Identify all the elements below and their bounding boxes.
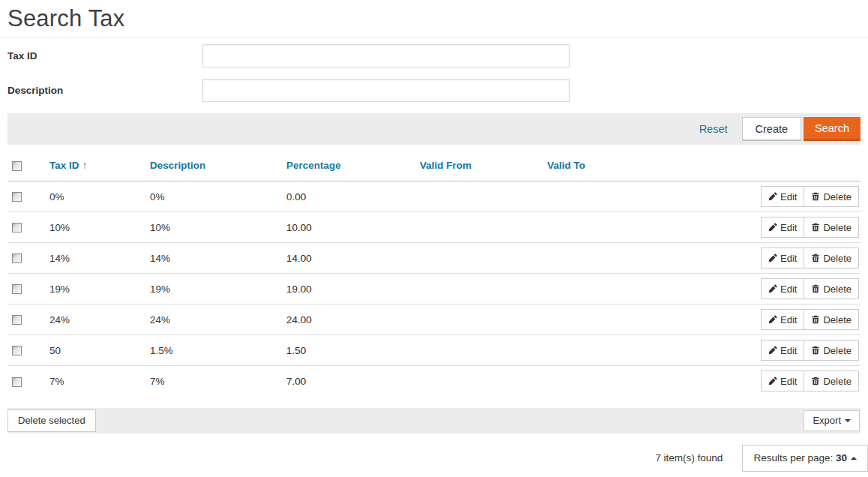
cell-valid-from [420, 182, 547, 212]
delete-button[interactable]: Delete [804, 309, 859, 330]
cell-percentage: 14.00 [286, 243, 420, 274]
table-row: 50 1.5% 1.50 Edit Delete [7, 335, 861, 366]
pencil-icon [768, 223, 777, 232]
delete-button[interactable]: Delete [804, 370, 859, 392]
cell-tax-id: 7% [49, 366, 150, 397]
table-row: 19% 19% 19.00 Edit Delete [7, 274, 861, 304]
trash-icon [811, 315, 820, 324]
row-actions-group: Edit Delete [761, 340, 859, 361]
delete-selected-button[interactable]: Delete selected [7, 410, 96, 432]
cell-percentage: 19.00 [286, 274, 420, 304]
edit-button-label: Edit [780, 191, 797, 202]
edit-button[interactable]: Edit [761, 217, 804, 238]
cell-percentage: 7.00 [286, 366, 420, 397]
edit-button[interactable]: Edit [761, 186, 804, 207]
edit-button[interactable]: Edit [761, 370, 804, 392]
row-checkbox-cell [7, 243, 49, 274]
edit-button-label: Edit [780, 345, 797, 356]
row-checkbox[interactable] [12, 192, 22, 202]
column-header-percentage[interactable]: Percentage [286, 155, 420, 182]
column-header-tax-id-label: Tax ID [49, 160, 79, 171]
table-body: 0% 0% 0.00 Edit Delete 10% [7, 182, 861, 397]
cell-tax-id: 14% [49, 243, 150, 274]
row-checkbox[interactable] [12, 346, 22, 356]
cell-valid-from [420, 212, 547, 243]
pencil-icon [768, 284, 777, 293]
pencil-icon [768, 315, 777, 324]
delete-button-label: Delete [823, 314, 852, 326]
table-header-row: Tax ID↑ Description Percentage Valid Fro… [7, 155, 861, 182]
edit-button[interactable]: Edit [761, 278, 804, 299]
trash-icon [811, 346, 820, 355]
row-actions-group: Edit Delete [761, 217, 859, 238]
delete-button[interactable]: Delete [804, 217, 859, 238]
cell-description: 7% [150, 366, 286, 397]
pagination-row: 7 item(s) found Results per page: 30 [7, 445, 861, 472]
row-checkbox-cell [7, 304, 49, 335]
trash-icon [811, 192, 820, 201]
row-checkbox-cell [7, 212, 49, 243]
row-actions-cell: Edit Delete [675, 335, 861, 366]
cell-percentage: 1.50 [286, 335, 420, 366]
reset-link[interactable]: Reset [699, 123, 728, 135]
row-actions-cell: Edit Delete [675, 366, 861, 397]
cell-description: 0% [150, 182, 286, 212]
items-found-text: 7 item(s) found [655, 452, 723, 464]
results-table: Tax ID↑ Description Percentage Valid Fro… [7, 155, 861, 397]
row-checkbox[interactable] [12, 315, 22, 325]
row-checkbox-cell [7, 335, 49, 366]
row-checkbox[interactable] [12, 223, 22, 232]
edit-button-label: Edit [780, 284, 797, 295]
cell-valid-from [420, 243, 547, 274]
create-button[interactable]: Create [742, 117, 802, 141]
results-per-page-button[interactable]: Results per page: 30 [742, 445, 868, 472]
column-header-tax-id[interactable]: Tax ID↑ [49, 155, 150, 182]
row-checkbox-cell [7, 182, 49, 212]
delete-button[interactable]: Delete [804, 248, 859, 268]
select-all-checkbox-cell [7, 155, 49, 182]
cell-tax-id: 19% [49, 274, 150, 304]
delete-button-label: Delete [823, 222, 852, 233]
column-header-description[interactable]: Description [150, 155, 286, 182]
row-actions-cell: Edit Delete [675, 274, 861, 304]
column-header-valid-to[interactable]: Valid To [547, 155, 675, 182]
row-actions-group: Edit Delete [761, 248, 859, 268]
cell-valid-to [547, 182, 675, 212]
page-container: Search Tax Tax ID Description Reset Crea… [0, 0, 868, 472]
edit-button[interactable]: Edit [761, 340, 804, 361]
column-header-valid-from[interactable]: Valid From [420, 155, 547, 182]
description-input[interactable] [202, 79, 570, 102]
table-row: 0% 0% 0.00 Edit Delete [7, 182, 861, 212]
caret-down-icon [845, 419, 851, 422]
cell-tax-id: 10% [49, 212, 150, 243]
tax-id-input[interactable] [202, 44, 570, 68]
edit-button[interactable]: Edit [761, 309, 804, 330]
table-row: 24% 24% 24.00 Edit Delete [7, 304, 861, 335]
row-actions-cell: Edit Delete [675, 212, 861, 243]
cell-valid-to [547, 212, 675, 243]
cell-description: 14% [150, 243, 286, 274]
edit-button[interactable]: Edit [761, 248, 804, 268]
search-button[interactable]: Search [804, 117, 861, 141]
form-action-bar: Reset Create Search [7, 113, 861, 145]
row-actions-group: Edit Delete [761, 309, 859, 330]
delete-button[interactable]: Delete [804, 278, 859, 299]
trash-icon [811, 223, 820, 232]
row-checkbox[interactable] [12, 284, 22, 294]
search-form: Tax ID Description [7, 44, 861, 102]
cell-valid-to [547, 366, 675, 397]
results-per-page-label: Results per page: [753, 452, 833, 464]
row-checkbox[interactable] [12, 254, 22, 263]
form-row-description: Description [7, 79, 861, 102]
row-checkbox[interactable] [12, 377, 22, 387]
delete-button[interactable]: Delete [804, 186, 859, 207]
caret-up-icon [851, 457, 857, 460]
cell-percentage: 0.00 [286, 182, 420, 212]
trash-icon [811, 376, 820, 386]
row-actions-group: Edit Delete [761, 370, 859, 392]
edit-button-label: Edit [780, 253, 797, 264]
select-all-checkbox[interactable] [12, 161, 22, 171]
delete-button[interactable]: Delete [804, 340, 859, 361]
export-button[interactable]: Export [804, 410, 860, 431]
description-label: Description [7, 85, 202, 96]
